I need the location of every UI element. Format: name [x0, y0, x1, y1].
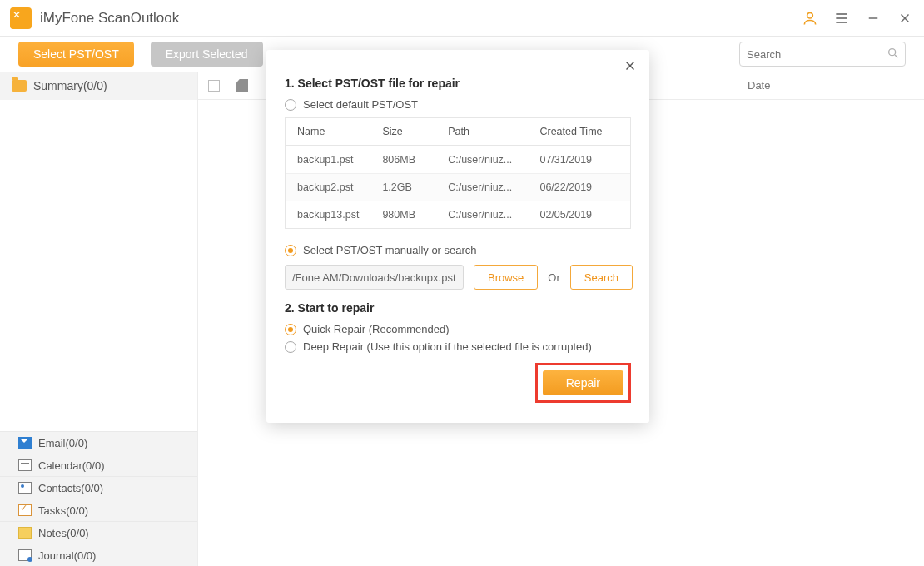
sidebar-item-tasks[interactable]: Tasks(0/0) [0, 499, 197, 521]
date-column-header[interactable]: Date [748, 79, 914, 92]
dialog-close-icon[interactable] [623, 58, 638, 77]
sidebar-item-label: Calendar(0/0) [38, 459, 105, 472]
minimize-icon[interactable] [864, 11, 882, 26]
cell-size: 1.2GB [382, 181, 448, 193]
app-title: iMyFone ScanOutlook [40, 10, 179, 27]
sidebar-item-contacts[interactable]: Contacts(0/0) [0, 476, 197, 499]
table-row[interactable]: backup2.pst 1.2GB C:/user/niuz... 06/22/… [286, 173, 630, 201]
sidebar-item-label: Notes(0/0) [38, 527, 89, 539]
sidebar-item-calendar[interactable]: Calendar(0/0) [0, 454, 197, 476]
folder-icon [12, 80, 27, 92]
repair-button[interactable]: Repair [543, 370, 623, 395]
cell-path: C:/user/niuz... [448, 181, 539, 193]
cell-name: backup13.pst [297, 209, 382, 221]
attachment-icon [236, 79, 248, 92]
sidebar-item-label: Contacts(0/0) [38, 482, 103, 494]
contacts-icon [18, 482, 32, 494]
notes-icon [18, 527, 32, 539]
select-pst-button[interactable]: Select PST/OST [18, 42, 134, 67]
radio-quick-repair[interactable]: Quick Repair (Recommended) [285, 323, 631, 335]
svg-point-7 [889, 48, 896, 55]
table-row[interactable]: backup1.pst 806MB C:/user/niuz... 07/31/… [286, 146, 630, 173]
radio-label: Select default PST/OST [303, 98, 418, 111]
step2-heading: 2. Start to repair [285, 301, 631, 315]
export-selected-button[interactable]: Export Selected [151, 42, 263, 67]
pst-path-input[interactable] [285, 265, 464, 290]
browse-button[interactable]: Browse [474, 265, 538, 290]
journal-icon [18, 549, 32, 561]
or-text: Or [548, 271, 559, 284]
col-created: Created Time [539, 126, 618, 137]
radio-icon[interactable] [285, 324, 296, 335]
cell-path: C:/user/niuz... [448, 209, 539, 221]
cell-name: backup2.pst [297, 181, 382, 193]
search-icon[interactable] [887, 47, 900, 62]
account-icon[interactable] [801, 10, 819, 27]
radio-icon[interactable] [285, 245, 296, 256]
sidebar: Summary(0/0) Email(0/0) Calendar(0/0) Co… [0, 72, 198, 566]
sidebar-summary[interactable]: Summary(0/0) [0, 72, 197, 100]
svg-point-0 [807, 12, 813, 18]
radio-deep-repair[interactable]: Deep Repair (Use this option if the sele… [285, 340, 631, 353]
radio-icon[interactable] [285, 99, 296, 111]
col-path: Path [448, 126, 539, 137]
menu-icon[interactable] [832, 10, 851, 27]
col-name: Name [297, 126, 382, 137]
sidebar-item-label: Email(0/0) [38, 437, 87, 449]
select-all-checkbox[interactable] [208, 80, 220, 92]
app-logo-icon [10, 7, 32, 29]
sidebar-item-notes[interactable]: Notes(0/0) [0, 521, 197, 544]
search-box[interactable] [739, 42, 906, 67]
sidebar-item-label: Tasks(0/0) [38, 504, 88, 517]
radio-label: Deep Repair (Use this option if the sele… [303, 340, 592, 353]
table-row[interactable]: backup13.pst 980MB C:/user/niuz... 02/05… [286, 201, 630, 228]
svg-line-8 [895, 55, 897, 57]
radio-default-pst[interactable]: Select default PST/OST [285, 98, 631, 111]
radio-manual-pst[interactable]: Select PST/OST manually or search [285, 244, 631, 256]
cell-created: 07/31/2019 [539, 154, 618, 166]
titlebar: iMyFone ScanOutlook [0, 0, 924, 37]
cell-path: C:/user/niuz... [448, 154, 539, 166]
search-button[interactable]: Search [570, 265, 633, 290]
sidebar-item-journal[interactable]: Journal(0/0) [0, 544, 197, 566]
close-icon[interactable] [896, 11, 914, 26]
radio-icon[interactable] [285, 341, 296, 353]
summary-label: Summary(0/0) [33, 79, 107, 92]
pst-file-table: Name Size Path Created Time backup1.pst … [285, 117, 631, 229]
radio-label: Quick Repair (Recommended) [303, 323, 450, 335]
repair-dialog: 1. Select PST/OST file for repair Select… [266, 50, 649, 423]
cell-created: 02/05/2019 [539, 209, 618, 221]
step1-heading: 1. Select PST/OST file for repair [285, 77, 631, 90]
sidebar-item-email[interactable]: Email(0/0) [0, 431, 197, 454]
tasks-icon [18, 504, 32, 516]
email-icon [18, 437, 32, 449]
cell-size: 980MB [382, 209, 448, 221]
cell-name: backup1.pst [297, 154, 382, 166]
cell-size: 806MB [382, 154, 448, 166]
calendar-icon [18, 459, 32, 471]
search-input[interactable] [747, 48, 887, 61]
col-size: Size [382, 126, 448, 137]
cell-created: 06/22/2019 [539, 181, 618, 193]
sidebar-item-label: Journal(0/0) [38, 549, 96, 562]
radio-label: Select PST/OST manually or search [303, 244, 477, 256]
repair-highlight: Repair [535, 363, 631, 403]
